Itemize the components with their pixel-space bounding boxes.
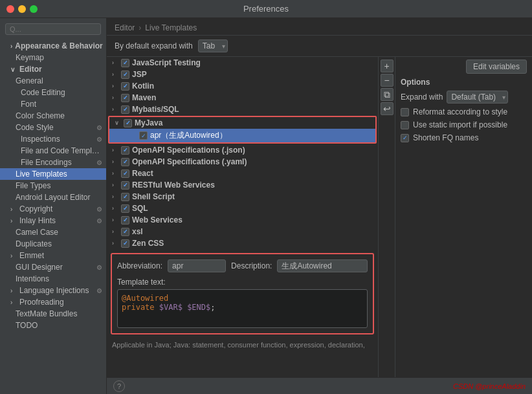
group-myjava[interactable]: ∨ ✓ MyJava <box>109 117 375 129</box>
template-text-area[interactable]: @Autowired private $VAR$ $END$; <box>117 289 368 328</box>
sidebar-item-live-templates[interactable]: Live Templates <box>0 168 106 180</box>
group-kotlin[interactable]: › ✓ Kotlin <box>107 80 378 92</box>
sidebar-item-android-layout-editor[interactable]: Android Layout Editor <box>0 192 106 203</box>
chevron-icon: › <box>112 217 118 223</box>
group-openapi-yaml[interactable]: › ✓ OpenAPI Specifications (.yaml) <box>107 156 378 168</box>
breadcrumb-part1: Editor <box>115 23 135 32</box>
main-container: › Appearance & Behavior Keymap ∨ Editor … <box>0 18 532 394</box>
description-label: Description: <box>231 261 272 270</box>
maximize-button[interactable] <box>30 5 38 13</box>
chevron-icon: › <box>10 206 17 213</box>
group-jsp[interactable]: › ✓ JSP <box>107 69 378 80</box>
options-panel: Options Expand with Default (Tab) Reform… <box>395 74 532 377</box>
checkbox-openapi-yaml[interactable]: ✓ <box>121 158 129 166</box>
window-title: Preferences <box>243 4 289 14</box>
checkbox-sql[interactable]: ✓ <box>121 204 129 213</box>
template-list: › ✓ JavaScript Testing › ✓ JSP › ✓ Kotli… <box>107 57 379 377</box>
group-mybatis[interactable]: › ✓ Mybatis/SQL <box>107 104 378 115</box>
group-js-testing[interactable]: › ✓ JavaScript Testing <box>107 57 378 69</box>
reformat-checkbox[interactable] <box>401 108 409 116</box>
sidebar-item-emmet[interactable]: › Emmet <box>0 250 106 261</box>
sidebar-item-keymap[interactable]: Keymap <box>0 52 106 63</box>
sidebar-search-input[interactable] <box>5 23 101 35</box>
code-line-1: @Autowired <box>122 294 363 303</box>
checkbox-myjava[interactable]: ✓ <box>124 119 132 127</box>
copy-template-button[interactable]: ⧉ <box>381 88 393 101</box>
sidebar: › Appearance & Behavior Keymap ∨ Editor … <box>0 18 107 394</box>
sidebar-item-appearance[interactable]: › Appearance & Behavior <box>0 40 106 52</box>
chevron-icon: › <box>10 299 17 306</box>
chevron-icon: › <box>10 287 17 294</box>
expand-with-select[interactable]: Default (Tab) <box>447 91 508 104</box>
sidebar-item-proofreading[interactable]: › Proofreading <box>0 296 106 308</box>
sidebar-item-textmate-bundles[interactable]: TextMate Bundles <box>0 308 106 320</box>
checkbox-react[interactable]: ✓ <box>121 170 129 178</box>
sidebar-item-code-style[interactable]: Code Style ⚙ <box>0 122 106 133</box>
sidebar-item-intentions[interactable]: Intentions <box>0 273 106 285</box>
sidebar-item-language-injections[interactable]: › Language Injections ⚙ <box>0 285 106 296</box>
help-button[interactable]: ? <box>113 380 125 392</box>
sidebar-item-duplicates[interactable]: Duplicates <box>0 238 106 250</box>
checkbox-xsl[interactable]: ✓ <box>121 228 129 236</box>
checkbox-web-services[interactable]: ✓ <box>121 216 129 224</box>
sidebar-item-color-scheme[interactable]: Color Scheme <box>0 110 106 122</box>
sidebar-item-copyright[interactable]: › Copyright ⚙ <box>0 203 106 215</box>
window-controls[interactable] <box>6 5 38 13</box>
content-toolbar: By default expand with Tab <box>107 36 532 57</box>
description-input[interactable] <box>277 259 368 272</box>
checkbox-kotlin[interactable]: ✓ <box>121 82 129 91</box>
sidebar-item-code-editing[interactable]: Code Editing <box>0 87 106 98</box>
checkbox-apr[interactable]: ✓ <box>139 131 148 140</box>
expand-with-select-wrapper[interactable]: Default (Tab) <box>447 91 508 104</box>
checkbox-zen-css[interactable]: ✓ <box>121 239 129 248</box>
remove-template-button[interactable]: − <box>381 74 393 87</box>
sidebar-item-inspections[interactable]: Inspections ⚙ <box>0 133 106 145</box>
static-import-checkbox[interactable] <box>401 121 409 129</box>
group-openapi-json[interactable]: › ✓ OpenAPI Specifications (.json) <box>107 144 378 156</box>
sidebar-item-camel-case[interactable]: Camel Case <box>0 226 106 238</box>
shorten-fq-row[interactable]: ✓ Shorten FQ names <box>401 133 527 142</box>
sidebar-item-file-encodings[interactable]: File Encodings ⚙ <box>0 157 106 168</box>
expand-select-wrapper[interactable]: Tab <box>198 39 228 52</box>
checkbox-openapi-json[interactable]: ✓ <box>121 146 129 155</box>
group-react[interactable]: › ✓ React <box>107 168 378 179</box>
shorten-fq-label: Shorten FQ names <box>413 133 478 142</box>
group-zen-css[interactable]: › ✓ Zen CSS <box>107 237 378 249</box>
checkbox-mybatis[interactable]: ✓ <box>121 105 129 114</box>
abbreviation-input[interactable] <box>168 259 226 272</box>
group-sql[interactable]: › ✓ SQL <box>107 202 378 214</box>
group-shell[interactable]: › ✓ Shell Script <box>107 191 378 202</box>
checkbox-shell[interactable]: ✓ <box>121 193 129 201</box>
sidebar-item-inlay-hints[interactable]: › Inlay Hints ⚙ <box>0 215 106 226</box>
shorten-fq-checkbox[interactable]: ✓ <box>401 134 409 142</box>
template-item-apr[interactable]: ✓ apr（生成Autowired） <box>109 129 375 142</box>
checkbox-js-testing[interactable]: ✓ <box>121 59 129 67</box>
abbreviation-row: Abbreviation: Description: <box>117 259 368 272</box>
chevron-icon: › <box>112 170 118 177</box>
static-import-row[interactable]: Use static import if possible <box>401 120 527 129</box>
sidebar-item-todo[interactable]: TODO <box>0 320 106 331</box>
group-xsl[interactable]: › ✓ xsl <box>107 226 378 237</box>
edit-variables-button[interactable]: Edit variables <box>466 60 527 74</box>
undo-template-button[interactable]: ↩ <box>381 102 393 115</box>
checkbox-jsp[interactable]: ✓ <box>121 71 129 79</box>
minimize-button[interactable] <box>18 5 26 13</box>
checkbox-restful[interactable]: ✓ <box>121 181 129 190</box>
code-var1: $VAR$ $END$ <box>159 303 210 312</box>
add-template-button[interactable]: + <box>381 60 393 72</box>
reformat-row[interactable]: Reformat according to style <box>401 107 527 116</box>
sidebar-item-general[interactable]: General <box>0 75 106 87</box>
expand-select[interactable]: Tab <box>198 39 228 52</box>
sidebar-item-file-code-templates[interactable]: File and Code Templ… <box>0 145 106 157</box>
group-web-services[interactable]: › ✓ Web Services <box>107 214 378 226</box>
close-button[interactable] <box>6 5 14 13</box>
group-restful[interactable]: › ✓ RESTful Web Services <box>107 179 378 191</box>
sidebar-item-file-types[interactable]: File Types <box>0 180 106 192</box>
group-maven[interactable]: › ✓ Maven <box>107 92 378 104</box>
sidebar-search-wrapper[interactable] <box>0 21 106 38</box>
options-title: Options <box>401 78 527 87</box>
sidebar-item-editor[interactable]: ∨ Editor <box>0 63 106 75</box>
checkbox-maven[interactable]: ✓ <box>121 94 129 102</box>
sidebar-item-font[interactable]: Font <box>0 98 106 110</box>
sidebar-item-gui-designer[interactable]: GUI Designer ⚙ <box>0 261 106 273</box>
